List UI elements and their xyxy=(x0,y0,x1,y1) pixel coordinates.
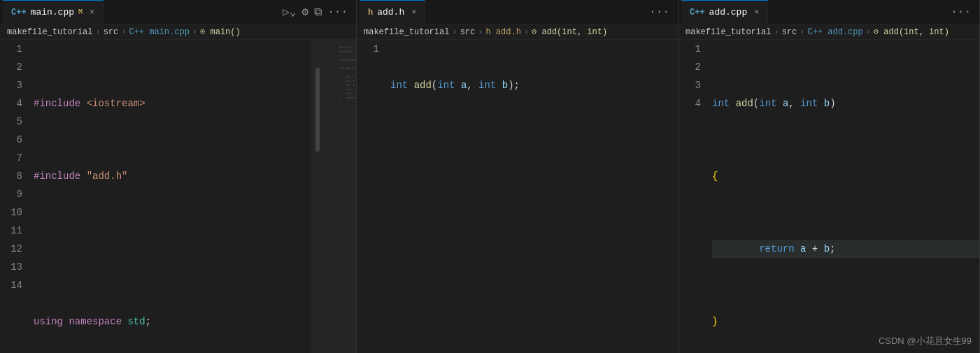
gear-icon[interactable]: ⚙ xyxy=(302,5,309,19)
editor-body-pane3: 1 2 3 4 int add(int a, int b) { return a… xyxy=(679,40,979,353)
code-content-pane1[interactable]: #include <iostream> #include "add.h" usi… xyxy=(28,40,311,353)
cpp-icon-p3: C++ xyxy=(690,8,705,17)
tab-add-cpp[interactable]: C++ add.cpp × xyxy=(681,0,768,24)
code-line-3 xyxy=(34,240,311,258)
tab-close-main-cpp[interactable]: × xyxy=(90,8,94,17)
tab-add-h[interactable]: h add.h × xyxy=(360,0,425,24)
editor-pane-add-cpp: C++ add.cpp × ··· makefile_tutorial › sr… xyxy=(679,0,980,353)
breadcrumb-file-p2[interactable]: h add.h xyxy=(485,27,520,37)
code-content-pane3[interactable]: int add(int a, int b) { return a + b; } xyxy=(706,40,979,353)
watermark: CSDN @小花且女生99 xyxy=(879,335,972,347)
tab-bar-actions-pane3: ··· xyxy=(951,6,977,18)
code-line-4: using namespace std; xyxy=(34,312,311,331)
breadcrumb-file-p3[interactable]: C++ add.cpp xyxy=(807,27,862,37)
line-numbers-pane3: 1 2 3 4 xyxy=(679,40,706,353)
breadcrumb-symbol-p2[interactable]: ⊙ add(int, int) xyxy=(532,27,607,37)
breadcrumb-symbol-p3[interactable]: ⊙ add(int, int) xyxy=(874,27,949,37)
tab-bar-actions-pane1: ▷⌄ ⚙ ⧉ ··· xyxy=(283,5,353,19)
breadcrumb-file[interactable]: C++ main.cpp xyxy=(129,27,189,37)
tab-bar-pane3: C++ add.cpp × ··· xyxy=(679,0,979,24)
editor-body-pane1: 1 2 3 4 5 6 7 8 9 10 11 12 13 14 #includ… xyxy=(0,40,356,353)
breadcrumb-src[interactable]: src xyxy=(104,27,119,37)
code-content-pane2[interactable]: int add(int a, int b); xyxy=(385,40,678,353)
breadcrumb-pane2: makefile_tutorial › src › h add.h › ⊙ ad… xyxy=(357,24,678,40)
editor-pane-main-cpp: C++ main.cpp M × ▷⌄ ⚙ ⧉ ··· makefile_tut… xyxy=(0,0,357,353)
tab-close-add-h[interactable]: × xyxy=(411,8,416,17)
code-line-p3-2: { xyxy=(712,167,979,185)
code-line-p3-1: int add(int a, int b) xyxy=(712,94,979,113)
tab-bar-pane1: C++ main.cpp M × ▷⌄ ⚙ ⧉ ··· xyxy=(0,0,356,24)
code-line-p2-1: int add(int a, int b); xyxy=(390,76,678,94)
more-actions-icon-pane2[interactable]: ··· xyxy=(649,6,669,18)
code-line-p3-3: return a + b; xyxy=(712,240,979,258)
breadcrumb-symbol[interactable]: ⊙ main() xyxy=(200,27,241,37)
run-icon[interactable]: ▷⌄ xyxy=(283,5,296,19)
breadcrumb-src-p2[interactable]: src xyxy=(460,27,476,37)
minimap-pane1: #include <iostream> #include "add.h" usi… xyxy=(321,40,356,353)
more-actions-icon-pane3[interactable]: ··· xyxy=(951,6,971,18)
split-icon[interactable]: ⧉ xyxy=(314,6,322,19)
more-actions-icon[interactable]: ··· xyxy=(327,6,348,18)
code-line-p3-4: } xyxy=(712,312,979,331)
breadcrumb-project-p3[interactable]: makefile_tutorial xyxy=(686,27,771,37)
tab-bar-actions-pane2: ··· xyxy=(649,6,675,18)
tab-label-add-cpp: add.cpp xyxy=(709,7,748,17)
cpp-icon: C++ xyxy=(11,8,27,17)
tab-main-cpp[interactable]: C++ main.cpp M × xyxy=(3,0,104,24)
tab-close-add-cpp[interactable]: × xyxy=(754,8,759,17)
tab-bar-pane2: h add.h × ··· xyxy=(357,0,678,24)
line-numbers-pane2: 1 xyxy=(357,40,385,353)
scrollbar-thumb-pane1[interactable] xyxy=(315,68,320,152)
scrollbar-pane1[interactable] xyxy=(311,40,321,353)
breadcrumb-src-p3[interactable]: src xyxy=(782,27,797,37)
breadcrumb-pane1: makefile_tutorial › src › C++ main.cpp ›… xyxy=(0,24,356,40)
code-line-2: #include "add.h" xyxy=(34,167,311,185)
tab-modified-indicator: M xyxy=(78,8,83,16)
tab-label-main-cpp: main.cpp xyxy=(31,7,74,17)
line-numbers-pane1: 1 2 3 4 5 6 7 8 9 10 11 12 13 14 xyxy=(0,40,28,353)
editor-pane-add-h: h add.h × ··· makefile_tutorial › src › … xyxy=(357,0,679,353)
breadcrumb-project[interactable]: makefile_tutorial xyxy=(7,27,92,37)
breadcrumb-project-p2[interactable]: makefile_tutorial xyxy=(364,27,449,37)
h-icon: h xyxy=(368,8,373,17)
tab-label-add-h: add.h xyxy=(377,7,404,17)
editor-body-pane2: 1 int add(int a, int b); xyxy=(357,40,678,353)
code-line-1: #include <iostream> xyxy=(34,94,311,113)
breadcrumb-pane3: makefile_tutorial › src › C++ add.cpp › … xyxy=(679,24,979,40)
